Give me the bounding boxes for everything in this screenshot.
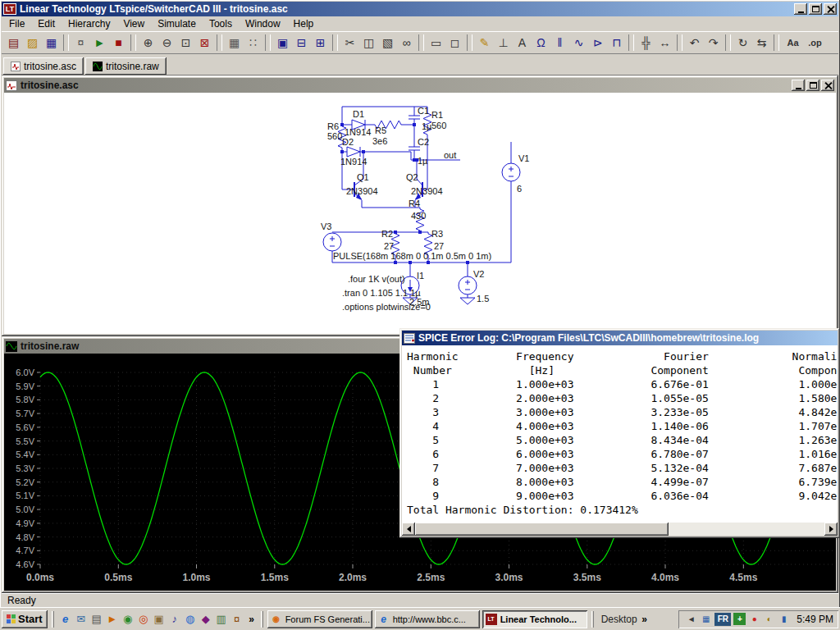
menu-view[interactable]: View [117,17,150,30]
cut-icon[interactable]: ✂ [340,34,359,52]
resistor-icon[interactable]: Ω [532,34,550,52]
display-settings-icon[interactable]: ▦ [700,613,712,625]
new-schematic-icon[interactable]: ▤ [4,34,23,52]
component-icon[interactable]: ⊓ [607,34,626,52]
open-icon[interactable]: ▨ [23,34,42,52]
schematic-restore-button[interactable] [806,80,819,91]
network-icon[interactable]: ▮ [778,613,790,625]
quick-launch-handle[interactable] [52,611,54,628]
tile-vertical-icon[interactable]: ⊞ [311,34,330,52]
paste-icon[interactable]: ▧ [378,34,397,52]
tab-tritosine.raw[interactable]: tritosine.raw [85,57,167,75]
scroll-right-button[interactable] [824,523,838,536]
schematic-minimize-button[interactable] [792,80,805,91]
wire-icon[interactable]: ✎ [475,34,494,52]
language-indicator[interactable]: FR [714,613,731,626]
mirror-icon[interactable]: ⇆ [752,34,771,52]
find-icon[interactable]: ∞ [397,34,416,52]
text-icon[interactable]: Aa [782,34,804,52]
print-icon[interactable]: ▭ [427,34,445,52]
zoom-area-icon[interactable]: ⊡ [176,34,195,52]
spice-directive-icon[interactable]: .op [804,34,826,52]
music-player-icon[interactable]: ♪ [167,611,182,628]
save-icon[interactable]: ▦ [42,34,61,52]
start-button[interactable]: Start [2,610,48,628]
print-preview-icon[interactable]: ◻ [445,34,464,52]
globe-icon[interactable]: ◍ [183,611,198,628]
inductor-icon[interactable]: ∿ [569,34,588,52]
volume-icon[interactable]: ◄ [685,613,697,625]
media-player-icon[interactable]: ► [105,611,120,628]
toolbar-separator [467,34,472,51]
task-linear-technolo-[interactable]: LTLinear Technolo... [482,610,587,628]
undo-icon[interactable]: ↶ [685,34,704,52]
schematic-close-button[interactable] [821,80,834,91]
task-forum-fs-generati-[interactable]: ◉Forum FS Generati... [267,610,372,628]
quick-launch-overflow-chevron[interactable]: » [247,614,257,625]
tile-horizontal-icon[interactable]: ⊟ [292,34,311,52]
scrollbar-track[interactable] [415,523,824,536]
desktop-overflow-chevron[interactable]: » [640,614,650,625]
svg-text:R5: R5 [375,126,386,135]
capacitor-icon[interactable]: ‖ [550,34,569,52]
maximize-button[interactable] [809,3,822,15]
redo-icon[interactable]: ↷ [704,34,723,52]
grid-icon[interactable]: ▦ [225,34,244,52]
run-icon[interactable]: ► [90,34,109,52]
antivirus-icon[interactable]: + [733,613,746,625]
schematic-canvas[interactable]: D1C1R61N914R5R15601µ5603e6C2D21N9141µout… [4,93,836,334]
menu-file[interactable]: File [3,17,30,30]
move-icon[interactable]: ╬ [637,34,655,52]
document-icon[interactable]: ▥ [214,611,229,628]
task-area-handle[interactable] [261,611,263,628]
taskbar: Start e✉▤►◉◎▣♪◍◆▥¤ » ◉Forum FS Generati.… [0,607,840,630]
svg-text:Q1: Q1 [357,172,369,182]
desktop-band-handle[interactable] [591,611,594,628]
toolbar-separator [677,34,682,51]
alert-icon[interactable]: ● [748,613,760,625]
menu-window[interactable]: Window [240,17,286,30]
menu-hierarchy[interactable]: Hierarchy [62,17,116,30]
snap-grid-icon[interactable]: ∷ [244,34,262,52]
zoom-out-icon[interactable]: ⊖ [158,34,176,52]
scrollbar-thumb[interactable] [415,523,669,536]
cascade-windows-icon[interactable]: ▣ [273,34,292,52]
browser-icon[interactable]: ◎ [136,611,151,628]
taskbar-clock: 5:49 PM [792,614,833,625]
chat-icon[interactable]: ◆ [199,611,213,628]
scroll-left-button[interactable] [402,523,415,536]
messenger-icon[interactable]: ◉ [121,611,135,628]
rotate-icon[interactable]: ↻ [733,34,752,52]
minimize-button[interactable] [794,3,807,15]
windows-logo-icon [7,614,16,623]
drag-icon[interactable]: ↔ [655,34,674,52]
internet-explorer-icon[interactable]: e [58,611,73,628]
label-icon[interactable]: A [513,34,532,52]
diode-icon[interactable]: ⊳ [588,34,607,52]
menu-tools[interactable]: Tools [203,17,238,30]
menu-simulate[interactable]: Simulate [152,17,202,30]
close-icon [824,81,833,90]
schematic-tab-icon [11,62,21,71]
spice-error-log-window: SPICE Error Log: C:\Program Files\LTC\Sw… [399,328,840,538]
show-desktop-icon[interactable]: ▤ [89,611,104,628]
close-button[interactable] [824,3,837,15]
zoom-full-icon[interactable]: ⊠ [195,34,214,52]
outlook-express-icon[interactable]: ✉ [74,611,89,628]
svg-text:1.5ms: 1.5ms [261,572,289,583]
halt-icon[interactable]: ■ [109,34,128,52]
tab-tritosine.asc[interactable]: tritosine.asc [3,57,84,75]
menu-help[interactable]: Help [288,17,320,30]
zoom-in-icon[interactable]: ⊕ [139,34,158,52]
svg-text:3.0ms: 3.0ms [495,572,523,583]
svg-text:R3: R3 [431,229,443,239]
mail-icon[interactable]: ▣ [152,611,167,628]
tools-icon[interactable]: ¤ [230,611,244,628]
ground-icon[interactable]: ⊥ [494,34,513,52]
menu-edit[interactable]: Edit [32,17,61,30]
task-http-www-bbc-c-[interactable]: ehttp://www.bbc.c... [375,610,480,628]
copy-icon[interactable]: ◫ [359,34,378,52]
error-log-horizontal-scrollbar[interactable] [402,523,838,536]
update-icon[interactable]: ◐ [763,613,775,625]
control-panel-icon[interactable]: ¤ [71,34,90,52]
